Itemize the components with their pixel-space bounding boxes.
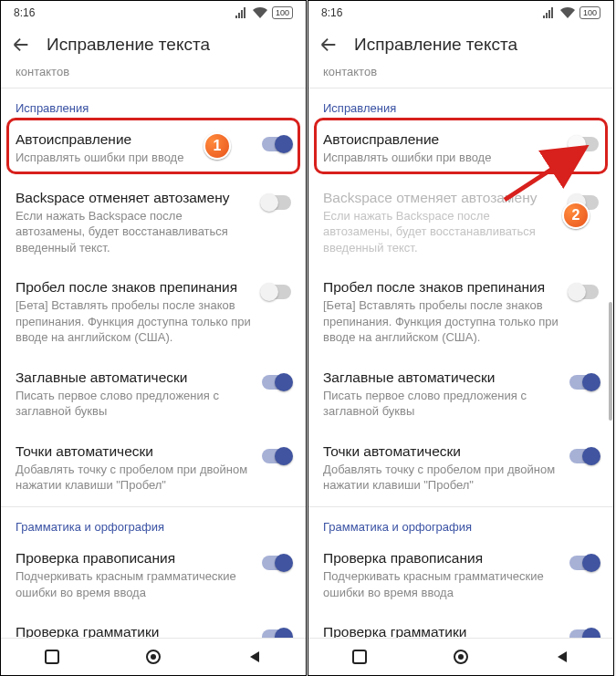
switch-spell[interactable] xyxy=(569,556,599,570)
nav-recent-icon[interactable] xyxy=(350,647,370,667)
signal-icon xyxy=(543,7,556,18)
row-title: Пробел после знаков препинания xyxy=(16,279,253,296)
status-bar: 8:16 100 xyxy=(1,1,306,25)
phone-left: 8:16 100 Исправление текста контактов Ис… xyxy=(0,0,307,676)
row-title: Проверка грамматики xyxy=(323,624,560,638)
row-grammar[interactable]: Проверка грамматики Подчеркивать синим г… xyxy=(308,613,613,638)
battery-icon: 100 xyxy=(579,6,600,19)
row-backspace[interactable]: Backspace отменяет автозамену Если нажат… xyxy=(1,179,306,269)
row-title: Проверка правописания xyxy=(323,550,560,567)
switch-grammar[interactable] xyxy=(569,629,599,638)
scrollbar-thumb[interactable] xyxy=(609,302,612,421)
nav-back-icon[interactable] xyxy=(245,647,265,667)
row-title: Точки автоматически xyxy=(16,443,253,460)
nav-recent-icon[interactable] xyxy=(42,647,62,667)
row-title: Автоисправление xyxy=(323,131,560,148)
section-corrections: Исправления xyxy=(308,88,613,120)
row-space-punct[interactable]: Пробел после знаков препинания [Бета] Вс… xyxy=(1,268,306,359)
switch-autocorrect[interactable] xyxy=(262,137,291,151)
section-grammar: Грамматика и орфография xyxy=(308,507,613,539)
row-sub: Исправлять ошибки при вводе xyxy=(323,150,560,166)
status-time: 8:16 xyxy=(321,6,342,19)
switch-space-punct[interactable] xyxy=(262,285,291,299)
row-sub: [Бета] Вставлять пробелы после знаков пр… xyxy=(323,297,560,346)
phone-right: 8:16 100 Исправление текста контактов Ис… xyxy=(308,0,614,676)
switch-autocorrect[interactable] xyxy=(569,137,599,151)
navbar xyxy=(1,638,306,675)
row-sub: Если нажать Backspace после автозамены, … xyxy=(323,208,560,256)
action-bar: Исправление текста xyxy=(308,25,613,65)
row-title: Заглавные автоматически xyxy=(16,369,253,386)
page-title: Исправление текста xyxy=(354,35,517,55)
row-sub: Добавлять точку с пробелом при двойном н… xyxy=(323,462,560,494)
status-time: 8:16 xyxy=(14,6,35,19)
switch-backspace xyxy=(569,195,599,210)
status-icons: 100 xyxy=(235,6,293,19)
row-title: Backspace отменяет автозамену xyxy=(16,190,253,206)
switch-grammar[interactable] xyxy=(262,629,291,638)
page-title: Исправление текста xyxy=(47,35,210,55)
row-sub: Писать первое слово предложения с заглав… xyxy=(323,388,560,420)
row-sub: Добавлять точку с пробелом при двойном н… xyxy=(16,462,253,494)
row-sub: Подчеркивать красным грамматические ошиб… xyxy=(323,568,560,600)
status-bar: 8:16 100 xyxy=(308,1,613,25)
svg-point-5 xyxy=(458,654,464,660)
switch-space-punct[interactable] xyxy=(569,285,599,299)
nav-back-icon[interactable] xyxy=(552,647,572,667)
row-sub: Писать первое слово предложения с заглав… xyxy=(16,388,253,420)
row-autocorrect[interactable]: Автоисправление Исправлять ошибки при вв… xyxy=(1,120,306,179)
row-title: Автоисправление xyxy=(16,131,253,148)
nav-home-icon[interactable] xyxy=(143,647,163,667)
row-backspace: Backspace отменяет автозамену Если нажат… xyxy=(308,179,613,269)
svg-point-2 xyxy=(151,654,156,660)
switch-dots[interactable] xyxy=(569,449,599,463)
row-dots[interactable]: Точки автоматически Добавлять точку с пр… xyxy=(1,432,306,506)
row-title: Точки автоматически xyxy=(323,443,560,460)
wifi-icon xyxy=(560,7,575,18)
row-sub: [Бета] Вставлять пробелы после знаков пр… xyxy=(16,297,253,346)
svg-rect-0 xyxy=(46,650,58,663)
switch-backspace[interactable] xyxy=(262,195,291,210)
row-title: Проверка правописания xyxy=(16,550,253,567)
back-button[interactable] xyxy=(10,34,32,56)
switch-dots[interactable] xyxy=(262,449,291,463)
battery-icon: 100 xyxy=(272,6,293,19)
wifi-icon xyxy=(253,7,267,18)
row-caps[interactable]: Заглавные автоматически Писать первое сл… xyxy=(1,359,306,432)
overflow-text: контактов xyxy=(1,65,306,88)
row-space-punct[interactable]: Пробел после знаков препинания [Бета] Вс… xyxy=(308,268,613,359)
row-autocorrect[interactable]: Автоисправление Исправлять ошибки при вв… xyxy=(308,120,613,179)
row-sub: Если нажать Backspace после автозамены, … xyxy=(16,208,253,256)
section-grammar: Грамматика и орфография xyxy=(1,507,306,539)
svg-rect-3 xyxy=(353,650,366,663)
switch-caps[interactable] xyxy=(569,375,599,390)
row-caps[interactable]: Заглавные автоматически Писать первое сл… xyxy=(308,359,613,432)
switch-caps[interactable] xyxy=(262,375,291,390)
content: контактов Исправления Автоисправление Ис… xyxy=(308,65,613,638)
signal-icon xyxy=(235,7,248,18)
row-grammar[interactable]: Проверка грамматики Подчеркивать синим г… xyxy=(1,613,306,638)
row-title: Заглавные автоматически xyxy=(323,369,560,386)
row-spell[interactable]: Проверка правописания Подчеркивать красн… xyxy=(308,539,613,613)
row-title: Пробел после знаков препинания xyxy=(323,279,560,296)
row-title: Backspace отменяет автозамену xyxy=(323,190,560,206)
row-spell[interactable]: Проверка правописания Подчеркивать красн… xyxy=(1,539,306,613)
row-title: Проверка грамматики xyxy=(16,624,253,638)
nav-home-icon[interactable] xyxy=(451,647,471,667)
navbar xyxy=(308,638,613,675)
row-sub: Подчеркивать красным грамматические ошиб… xyxy=(16,568,253,600)
section-corrections: Исправления xyxy=(1,88,306,120)
row-sub: Исправлять ошибки при вводе xyxy=(16,150,253,166)
content: контактов Исправления Автоисправление Ис… xyxy=(1,65,306,638)
action-bar: Исправление текста xyxy=(1,25,306,65)
status-icons: 100 xyxy=(543,6,600,19)
switch-spell[interactable] xyxy=(262,556,291,570)
row-dots[interactable]: Точки автоматически Добавлять точку с пр… xyxy=(308,432,613,506)
back-button[interactable] xyxy=(318,34,339,56)
overflow-text: контактов xyxy=(308,65,613,88)
